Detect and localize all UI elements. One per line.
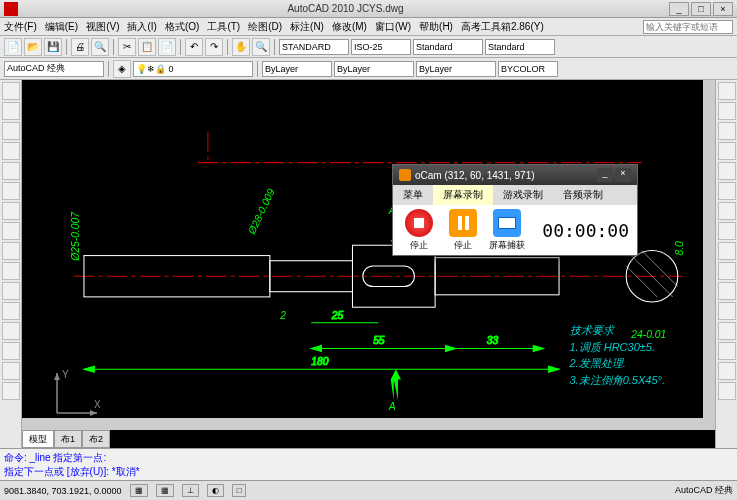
- copy-button[interactable]: 📋: [138, 38, 156, 56]
- ocam-minimize-button[interactable]: _: [597, 168, 613, 182]
- donut-tool[interactable]: [2, 362, 20, 380]
- style4-dropdown[interactable]: Standard: [485, 39, 555, 55]
- scrollbar-horizontal[interactable]: [22, 418, 715, 430]
- explode-tool[interactable]: [718, 362, 736, 380]
- ocam-tab-audio[interactable]: 音频录制: [553, 185, 613, 205]
- undo-button[interactable]: ↶: [185, 38, 203, 56]
- left-toolbar: [0, 80, 22, 448]
- menu-window[interactable]: 窗口(W): [375, 20, 411, 34]
- save-button[interactable]: 💾: [44, 38, 62, 56]
- menu-format[interactable]: 格式(O): [165, 20, 199, 34]
- tab-layout1[interactable]: 布1: [54, 430, 82, 448]
- copy-tool[interactable]: [718, 102, 736, 120]
- ray-tool[interactable]: [2, 342, 20, 360]
- redo-button[interactable]: ↷: [205, 38, 223, 56]
- ocam-close-button[interactable]: ×: [615, 168, 631, 182]
- offset-tool[interactable]: [718, 142, 736, 160]
- chamfer-tool[interactable]: [718, 342, 736, 360]
- ocam-tab-screen[interactable]: 屏幕录制: [433, 185, 493, 205]
- stretch-tool[interactable]: [718, 242, 736, 260]
- tab-layout2[interactable]: 布2: [82, 430, 110, 448]
- spline-tool[interactable]: [2, 302, 20, 320]
- svg-text:Y: Y: [62, 369, 69, 380]
- mirror-tool[interactable]: [718, 122, 736, 140]
- stop-icon: [405, 209, 433, 237]
- dim-25v: Ø25-0.007: [70, 211, 81, 262]
- scale-tool[interactable]: [718, 222, 736, 240]
- menu-tools[interactable]: 工具(T): [207, 20, 240, 34]
- menu-insert[interactable]: 插入(I): [127, 20, 156, 34]
- preview-button[interactable]: 🔍: [91, 38, 109, 56]
- ocam-tab-game[interactable]: 游戏录制: [493, 185, 553, 205]
- menu-edit[interactable]: 编辑(E): [45, 20, 78, 34]
- layer-dropdown[interactable]: 💡❄🔒 0: [133, 61, 253, 77]
- ocam-pause-button[interactable]: 停止: [445, 209, 481, 252]
- hatch-tool[interactable]: [2, 202, 20, 220]
- print-button[interactable]: 🖨: [71, 38, 89, 56]
- arc-tool[interactable]: [2, 142, 20, 160]
- rect-tool[interactable]: [2, 162, 20, 180]
- layer-button[interactable]: ◈: [113, 60, 131, 78]
- extend-tool[interactable]: [718, 282, 736, 300]
- menu-help[interactable]: 帮助(H): [419, 20, 453, 34]
- move-tool[interactable]: [718, 182, 736, 200]
- menu-dim[interactable]: 标注(N): [290, 20, 324, 34]
- maximize-button[interactable]: □: [691, 2, 711, 16]
- ocam-tab-menu[interactable]: 菜单: [393, 185, 433, 205]
- right-toolbar: [715, 80, 737, 448]
- pan-button[interactable]: ✋: [232, 38, 250, 56]
- polyline-tool[interactable]: [2, 102, 20, 120]
- break-tool[interactable]: [718, 302, 736, 320]
- menu-file[interactable]: 文件(F): [4, 20, 37, 34]
- zoom-button[interactable]: 🔍: [252, 38, 270, 56]
- array-tool[interactable]: [718, 162, 736, 180]
- point-tool[interactable]: [2, 262, 20, 280]
- scrollbar-vertical[interactable]: [703, 80, 715, 418]
- tab-model[interactable]: 模型: [22, 430, 54, 448]
- color-dropdown[interactable]: ByLayer: [262, 61, 332, 77]
- circle-tool[interactable]: [2, 122, 20, 140]
- snap-toggle[interactable]: ▦: [130, 484, 148, 497]
- dimstyle-dropdown[interactable]: ISO-25: [351, 39, 411, 55]
- menu-draw[interactable]: 绘图(D): [248, 20, 282, 34]
- drawing-canvas[interactable]: 180 55 33 25 2 24-0.01 8.0 Ø28-0.009 Ø25…: [22, 80, 715, 448]
- menu-view[interactable]: 视图(V): [86, 20, 119, 34]
- ocam-titlebar[interactable]: oCam (312, 60, 1431, 971) _ ×: [393, 165, 637, 185]
- grid-toggle[interactable]: ▦: [156, 484, 174, 497]
- block-tool[interactable]: [2, 382, 20, 400]
- table-tool[interactable]: [2, 242, 20, 260]
- paste-button[interactable]: 📄: [158, 38, 176, 56]
- ellipse-tool[interactable]: [2, 182, 20, 200]
- polar-toggle[interactable]: ◐: [207, 484, 224, 497]
- ocam-window[interactable]: oCam (312, 60, 1431, 971) _ × 菜单 屏幕录制 游戏…: [392, 164, 638, 256]
- textstyle-dropdown[interactable]: STANDARD: [279, 39, 349, 55]
- search-input[interactable]: [643, 20, 733, 34]
- text-tool[interactable]: [2, 222, 20, 240]
- plotstyle-dropdown[interactable]: BYCOLOR: [498, 61, 558, 77]
- xline-tool[interactable]: [2, 322, 20, 340]
- style3-dropdown[interactable]: Standard: [413, 39, 483, 55]
- dim-180: 180: [311, 356, 328, 367]
- erase-tool[interactable]: [718, 82, 736, 100]
- linetype-dropdown[interactable]: ByLayer: [334, 61, 414, 77]
- region-tool[interactable]: [2, 282, 20, 300]
- rotate-tool[interactable]: [718, 202, 736, 220]
- line-tool[interactable]: [2, 82, 20, 100]
- join-tool[interactable]: [718, 382, 736, 400]
- new-button[interactable]: 📄: [4, 38, 22, 56]
- ortho-toggle[interactable]: ⊥: [182, 484, 199, 497]
- close-button[interactable]: ×: [713, 2, 733, 16]
- ocam-capture-button[interactable]: 屏幕捕获: [489, 209, 525, 252]
- cut-button[interactable]: ✂: [118, 38, 136, 56]
- osnap-toggle[interactable]: □: [232, 484, 247, 497]
- workspace-dropdown[interactable]: AutoCAD 经典: [4, 61, 104, 77]
- command-line[interactable]: 命令: _line 指定第一点: 指定下一点或 [放弃(U)]: *取消*: [0, 448, 737, 480]
- menu-extra[interactable]: 高考工具箱2.86(Y): [461, 20, 544, 34]
- lineweight-dropdown[interactable]: ByLayer: [416, 61, 496, 77]
- ocam-stop-button[interactable]: 停止: [401, 209, 437, 252]
- minimize-button[interactable]: _: [669, 2, 689, 16]
- open-button[interactable]: 📂: [24, 38, 42, 56]
- fillet-tool[interactable]: [718, 322, 736, 340]
- menu-modify[interactable]: 修改(M): [332, 20, 367, 34]
- trim-tool[interactable]: [718, 262, 736, 280]
